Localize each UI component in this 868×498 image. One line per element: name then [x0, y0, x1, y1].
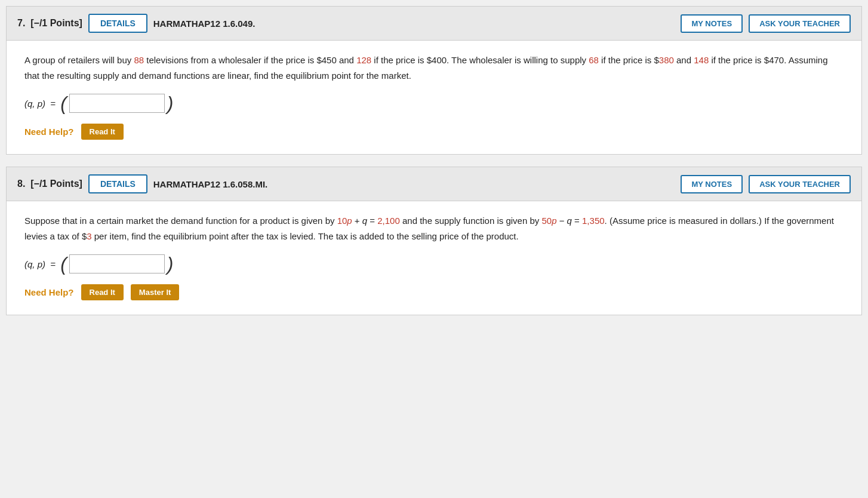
question-7: 7. [−/1 Points] DETAILS HARMATHAP12 1.6.…	[6, 6, 862, 155]
answer-label-8: (q, p)	[24, 259, 45, 269]
need-help-label-7: Need Help?	[24, 127, 74, 137]
equals-sign-8: =	[48, 259, 58, 269]
equals-sign-7: =	[48, 99, 58, 109]
my-notes-button-8[interactable]: MY NOTES	[681, 175, 743, 193]
question-7-number: 7. [−/1 Points]	[17, 18, 82, 29]
question-8: 8. [−/1 Points] DETAILS HARMATHAP12 1.6.…	[6, 167, 862, 315]
highlight-148: 148	[694, 55, 709, 65]
open-paren-7: (	[60, 94, 67, 113]
right-buttons-8: MY NOTES ASK YOUR TEACHER	[681, 175, 851, 193]
question-8-number: 8. [−/1 Points]	[17, 179, 82, 189]
need-help-row-7: Need Help? Read It	[24, 124, 844, 140]
master-it-button-8[interactable]: Master It	[131, 284, 179, 300]
highlight-10p: 10p	[337, 216, 352, 226]
highlight-3: 3	[87, 231, 91, 241]
question-7-text: A group of retailers will buy 88 televis…	[24, 53, 844, 83]
details-button-7[interactable]: DETAILS	[88, 14, 147, 33]
question-8-text: Suppose that in a certain market the dem…	[24, 213, 844, 244]
highlight-2100: 2,100	[377, 216, 400, 226]
need-help-label-8: Need Help?	[24, 287, 74, 297]
ask-teacher-button-7[interactable]: ASK YOUR TEACHER	[749, 14, 851, 33]
read-it-button-7[interactable]: Read It	[81, 124, 124, 140]
highlight-68: 68	[589, 55, 599, 65]
close-paren-8: )	[167, 254, 174, 273]
question-8-header: 8. [−/1 Points] DETAILS HARMATHAP12 1.6.…	[7, 167, 861, 201]
my-notes-button-7[interactable]: MY NOTES	[681, 14, 743, 33]
problem-code-8: HARMATHAP12 1.6.058.MI.	[153, 179, 675, 189]
question-7-header: 7. [−/1 Points] DETAILS HARMATHAP12 1.6.…	[7, 7, 861, 41]
right-buttons-7: MY NOTES ASK YOUR TEACHER	[681, 14, 851, 33]
question-8-body: Suppose that in a certain market the dem…	[7, 201, 861, 315]
close-paren-7: )	[167, 94, 174, 113]
details-button-8[interactable]: DETAILS	[88, 174, 147, 193]
ask-teacher-button-8[interactable]: ASK YOUR TEACHER	[749, 175, 851, 193]
highlight-1350: 1,350	[582, 216, 605, 226]
answer-row-7: (q, p) = ( )	[24, 94, 844, 113]
answer-input-8[interactable]	[69, 254, 165, 273]
highlight-380: 380	[659, 55, 674, 65]
highlight-128: 128	[356, 55, 371, 65]
read-it-button-8[interactable]: Read It	[81, 284, 124, 300]
highlight-50p: 50p	[541, 216, 556, 226]
problem-code-7: HARMATHAP12 1.6.049.	[153, 19, 675, 29]
answer-input-7[interactable]	[69, 94, 165, 113]
answer-label-7: (q, p)	[24, 99, 45, 109]
answer-row-8: (q, p) = ( )	[24, 254, 844, 273]
highlight-88: 88	[134, 55, 144, 65]
open-paren-8: (	[60, 254, 67, 273]
question-7-body: A group of retailers will buy 88 televis…	[7, 41, 861, 154]
need-help-row-8: Need Help? Read It Master It	[24, 284, 844, 300]
